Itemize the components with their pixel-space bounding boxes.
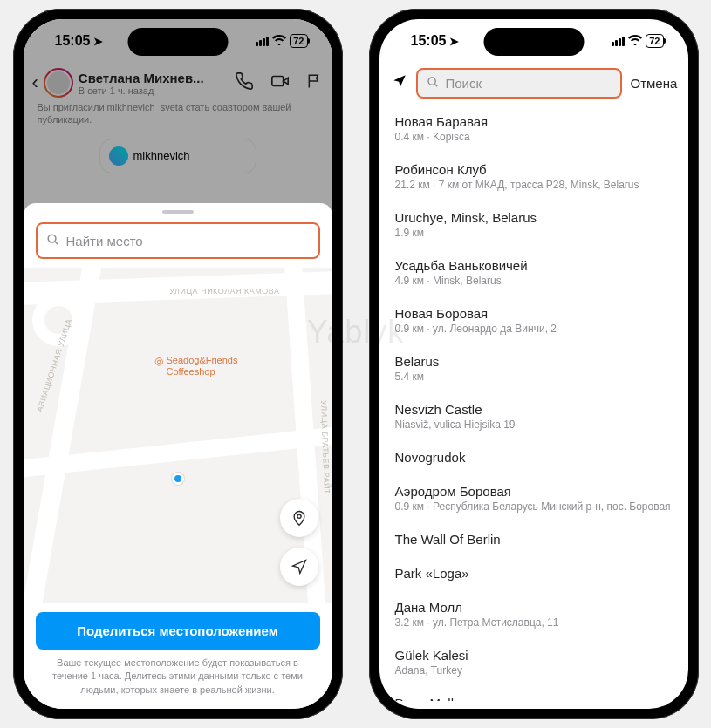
status-time: 15:05 [55,33,91,49]
location-services-icon: ➤ [449,35,459,48]
status-left: 15:05 ➤ [55,33,104,49]
location-subtitle: 0.4 км · Kopisca [395,131,673,143]
status-time: 15:05 [411,33,447,49]
svg-point-3 [428,78,435,85]
location-item[interactable]: Gülek KalesiAdana, Turkey [379,639,688,687]
screen-right: 15:05 ➤ 72 Отмена Новая Б [379,19,688,709]
user-location-dot [172,473,184,485]
location-title: Nesvizh Castle [395,402,673,417]
status-left: 15:05 ➤ [411,33,460,49]
search-icon [46,233,59,248]
search-input[interactable] [446,76,612,91]
location-title: Dana Mall [395,696,673,701]
location-item[interactable]: The Wall Of Berlin [379,523,688,557]
location-title: The Wall Of Berlin [395,532,673,547]
map-view[interactable]: УЛИЦА НИКОЛАЯ КАМОВА АВИАЦИОННАЯ УЛИЦА У… [24,268,332,603]
cellular-icon [256,37,269,46]
location-title: Gülek Kalesi [395,648,673,663]
location-title: Новая Баравая [395,114,673,129]
svg-point-2 [297,514,300,518]
location-item[interactable]: Belarus5.4 км [379,345,688,393]
location-title: Робинсон Клуб [395,162,673,177]
notch [127,28,228,56]
location-subtitle: Niasviž, vulica Hiejsika 19 [395,418,673,431]
wifi-icon [628,34,642,48]
location-subtitle: 5.4 км [395,371,673,383]
location-item[interactable]: Novogrudok [379,441,688,475]
street-label: УЛИЦА БРАТЬЕВ РАЙТ [319,400,332,494]
phone-left: 15:05 ➤ 72 ‹ Светлана Михнев... В сети 1… [13,9,343,719]
search-field-wrap[interactable] [36,222,320,259]
sheet-grabber[interactable] [162,210,194,214]
location-title: Аэродром Боровая [395,484,673,499]
navigate-icon[interactable] [392,73,407,93]
share-location-button[interactable]: Поделиться местоположением [36,612,320,650]
location-item[interactable]: Усадьба Ваньковичей4.9 км · Minsk, Belar… [379,249,688,297]
location-item[interactable]: Новая Баравая0.4 км · Kopisca [379,105,688,153]
location-item[interactable]: Uruchye, Minsk, Belarus1.9 км [379,201,688,249]
status-right: 72 [256,34,307,48]
location-title: Дана Молл [395,600,673,615]
location-subtitle: 21.2 км · 7 км от МКАД, трасса P28, Mins… [395,179,673,191]
map-poi[interactable]: Seadog&Friends Coffeeshop [154,355,238,378]
wifi-icon [272,34,286,48]
location-item[interactable]: Робинсон Клуб21.2 км · 7 км от МКАД, тра… [379,153,688,201]
location-services-icon: ➤ [93,35,103,48]
phone-right: 15:05 ➤ 72 Отмена Новая Б [369,9,699,719]
location-item[interactable]: Новая Боровая0.9 км · ул. Леонардо да Ви… [379,297,688,345]
location-title: Belarus [395,354,673,369]
search-row: Отмена [379,63,688,105]
street-label: УЛИЦА НИКОЛАЯ КАМОВА [169,287,279,296]
svg-point-1 [48,235,56,242]
cellular-icon [612,37,625,46]
location-title: Park «Loga» [395,566,673,581]
pin-button[interactable] [280,499,318,537]
location-list[interactable]: Новая Баравая0.4 км · KopiscaРобинсон Кл… [379,105,688,701]
map-buttons [280,499,318,586]
location-item[interactable]: Dana Mall3.2 км · ул. Мстиславца, 11 [379,687,688,701]
battery-icon: 72 [646,34,663,48]
location-subtitle: Adana, Turkey [395,664,673,677]
cancel-button[interactable]: Отмена [631,76,678,91]
search-field-wrap[interactable] [416,68,622,99]
screen-left: 15:05 ➤ 72 ‹ Светлана Михнев... В сети 1… [24,19,332,709]
location-subtitle: 0.9 км · ул. Леонардо да Винчи, 2 [395,323,673,335]
location-item[interactable]: Park «Loga» [379,557,688,591]
location-item[interactable]: Аэродром Боровая0.9 км · Республика Бела… [379,475,688,523]
location-subtitle: 4.9 км · Minsk, Belarus [395,275,673,287]
location-subtitle: 0.9 км · Республика Беларусь Минский р-н… [395,500,673,513]
location-item[interactable]: Дана Молл3.2 км · ул. Петра Мстиславца, … [379,591,688,639]
location-title: Усадьба Ваньковичей [395,258,673,273]
search-icon [427,76,439,91]
location-sheet: УЛИЦА НИКОЛАЯ КАМОВА АВИАЦИОННАЯ УЛИЦА У… [24,203,332,709]
battery-icon: 72 [290,34,307,48]
disclaimer-text: Ваше текущее местоположение будет показы… [24,657,332,709]
location-title: Uruchye, Minsk, Belarus [395,210,673,225]
notch [483,28,584,56]
location-title: Новая Боровая [395,306,673,321]
location-title: Novogrudok [395,450,673,465]
location-item[interactable]: Nesvizh CastleNiasviž, vulica Hiejsika 1… [379,393,688,441]
search-input[interactable] [66,234,310,248]
navigate-button[interactable] [280,548,318,586]
location-subtitle: 1.9 км [395,227,673,239]
location-subtitle: 3.2 км · ул. Петра Мстиславца, 11 [395,616,673,629]
status-right: 72 [612,34,663,48]
